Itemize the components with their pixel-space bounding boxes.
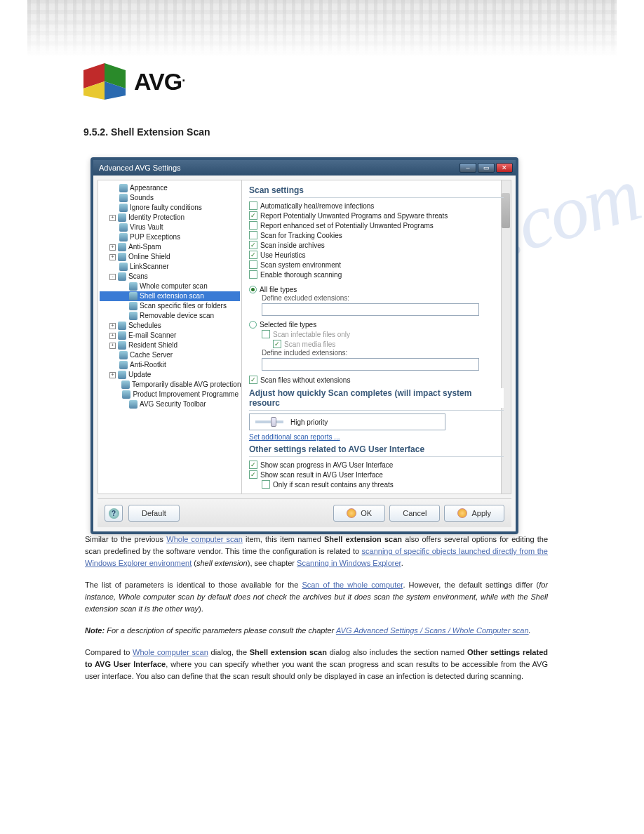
tree-item[interactable]: Shell extension scan [100, 291, 240, 301]
scan-infectable-checkbox [262, 330, 270, 338]
tree-expander-icon[interactable]: + [109, 343, 116, 349]
apply-button[interactable]: Apply [444, 505, 504, 522]
tree-item[interactable]: -Scans [100, 272, 240, 282]
tree-node-icon [119, 263, 128, 271]
tree-item-label: Online Shield [128, 252, 170, 262]
help-button[interactable]: ? [105, 505, 123, 522]
tree-item[interactable]: +Online Shield [100, 252, 240, 262]
scan-option-checkbox[interactable] [249, 260, 257, 269]
scan-option-checkbox[interactable] [249, 211, 257, 220]
ui-option-checkbox[interactable] [262, 480, 270, 489]
scan-option-checkbox[interactable] [249, 201, 257, 210]
tree-node-icon [118, 243, 126, 251]
tree-node-icon [118, 272, 126, 281]
tree-item[interactable]: +E-mail Scanner [100, 331, 240, 340]
tree-expander-icon[interactable]: + [109, 244, 116, 251]
all-file-types-label: All file types [260, 286, 297, 293]
link-scan-whole-computer[interactable]: Scan of the whole computer [302, 581, 403, 589]
tree-expander-icon[interactable]: + [109, 215, 116, 221]
priority-label: High priority [290, 418, 328, 426]
scan-option-checkbox[interactable] [249, 251, 257, 259]
tree-expander-icon[interactable]: + [109, 333, 116, 339]
no-ext-checkbox[interactable] [249, 376, 257, 384]
tree-item[interactable]: +Identity Protection [100, 213, 240, 223]
tree-node-icon [118, 213, 126, 222]
tree-expander-icon[interactable]: + [109, 323, 116, 329]
tree-node-icon [119, 233, 128, 241]
included-extensions-input[interactable] [262, 358, 479, 371]
link-advanced-settings-scan[interactable]: AVG Advanced Settings / Scans / Whole Co… [336, 626, 529, 635]
tree-item-label: Product Improvement Programme [133, 390, 239, 399]
tree-item[interactable]: Sounds [100, 193, 240, 203]
ok-button[interactable]: OK [333, 505, 385, 522]
tree-item-label: Schedules [128, 321, 161, 331]
tree-expander-icon[interactable]: - [109, 274, 116, 280]
link-whole-computer-scan-2[interactable]: Whole computer scan [133, 648, 208, 656]
tree-item[interactable]: +Anti-Spam [100, 242, 240, 252]
priority-slider[interactable]: High priority [249, 413, 445, 430]
tree-item[interactable]: Virus Vault [100, 223, 240, 232]
tree-item[interactable]: +Resident Shield [100, 340, 240, 350]
link-whole-computer-scan[interactable]: Whole computer scan [166, 535, 243, 543]
cancel-button[interactable]: Cancel [389, 505, 440, 522]
tree-item[interactable]: Ignore faulty conditions [100, 203, 240, 213]
close-button[interactable]: ✕ [496, 163, 513, 173]
maximize-button[interactable]: ▭ [478, 163, 495, 173]
tree-node-icon [121, 380, 130, 389]
tree-expander-icon[interactable]: + [109, 254, 116, 260]
scan-option-checkbox[interactable] [249, 270, 257, 279]
settings-tree[interactable]: AppearanceSoundsIgnore faulty conditions… [98, 180, 242, 494]
default-button[interactable]: Default [128, 505, 180, 522]
tree-item[interactable]: Cache Server [100, 350, 240, 360]
tree-expander-icon[interactable]: + [109, 372, 116, 378]
tree-item-label: Whole computer scan [140, 282, 208, 291]
all-file-types-radio[interactable] [249, 286, 257, 293]
ok-icon [347, 508, 356, 518]
scan-option-label: Automatically heal/remove infections [260, 202, 374, 210]
tree-item[interactable]: PUP Exceptions [100, 232, 240, 242]
tree-node-icon [129, 400, 137, 409]
tree-item[interactable]: AVG Security Toolbar [100, 399, 240, 409]
scan-settings-checks: Automatically heal/remove infectionsRepo… [249, 201, 504, 279]
section-heading: 9.5.2. Shell Extension Scan [83, 126, 210, 138]
tree-item[interactable]: +Schedules [100, 321, 240, 331]
tree-node-icon [119, 361, 128, 369]
tree-item[interactable]: Removable device scan [100, 311, 240, 321]
tree-item-label: Anti-Spam [128, 242, 161, 252]
tree-item-label: Shell extension scan [140, 291, 204, 301]
tree-item[interactable]: Temporarily disable AVG protection [100, 380, 240, 390]
ui-option-checkbox[interactable] [249, 461, 257, 469]
selected-file-types-radio[interactable] [249, 321, 257, 329]
tree-item[interactable]: Anti-Rootkit [100, 360, 240, 370]
tree-item[interactable]: Product Improvement Programme [100, 390, 240, 399]
scan-settings-heading: Scan settings [249, 185, 308, 195]
minimize-button[interactable]: – [459, 163, 476, 173]
tree-node-icon [129, 292, 137, 300]
tree-item[interactable]: +Update [100, 370, 240, 380]
scan-option-checkbox[interactable] [249, 221, 257, 230]
scan-option-checkbox[interactable] [249, 231, 257, 239]
additional-reports-link[interactable]: Set additional scan reports ... [249, 433, 340, 441]
tree-item[interactable]: Whole computer scan [100, 282, 240, 291]
scan-option-label: Use Heuristics [260, 251, 305, 259]
ui-option-label: Show scan progress in AVG User Interface [260, 461, 393, 469]
scan-infectable-label: Scan infectable files only [273, 331, 350, 338]
scan-option-checkbox[interactable] [249, 241, 257, 249]
avg-logo: AVG. [83, 63, 185, 100]
link-scanning-in-explorer[interactable]: Scanning in Windows Explorer [297, 559, 401, 567]
avg-flag-icon [83, 63, 126, 100]
excluded-extensions-label: Define excluded extensions: [262, 294, 504, 302]
tree-node-icon [119, 194, 128, 202]
tree-node-icon [129, 312, 137, 320]
tree-node-icon [118, 322, 126, 330]
tree-item-label: Ignore faulty conditions [130, 203, 202, 213]
settings-content-panel: Scan settings Automatically heal/remove … [242, 180, 511, 494]
ui-option-checkbox[interactable] [249, 470, 257, 479]
tree-item[interactable]: LinkScanner [100, 262, 240, 272]
tree-node-icon [122, 390, 130, 399]
tree-item-label: Scan specific files or folders [140, 301, 227, 311]
tree-item[interactable]: Scan specific files or folders [100, 301, 240, 311]
tree-item-label: Scans [128, 272, 148, 282]
excluded-extensions-input[interactable] [262, 303, 479, 316]
tree-item[interactable]: Appearance [100, 183, 240, 193]
